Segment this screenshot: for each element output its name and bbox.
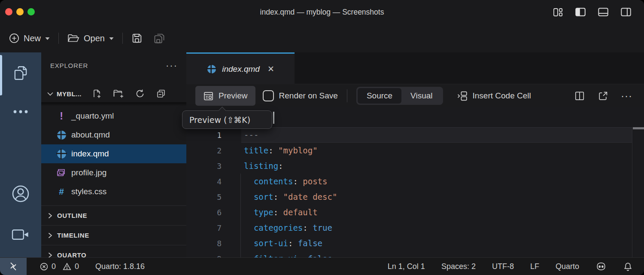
code-line-7[interactable]: 7 categories: true bbox=[186, 220, 632, 235]
sidebar-sections: OUTLINETIMELINEQUARTO bbox=[41, 205, 186, 258]
more-actions-icon[interactable]: ··· bbox=[621, 90, 632, 102]
scrollbar-thumb[interactable] bbox=[633, 127, 644, 129]
sidebar-item-account[interactable] bbox=[0, 184, 41, 204]
editor-scrollbar[interactable] bbox=[632, 127, 644, 258]
refresh-icon[interactable] bbox=[135, 89, 145, 99]
toggle-right-panel-icon[interactable] bbox=[620, 6, 632, 18]
traffic-lights bbox=[5, 8, 35, 15]
section-timeline[interactable]: TIMELINE bbox=[41, 225, 186, 245]
new-folder-icon[interactable] bbox=[113, 89, 124, 99]
css-icon: # bbox=[55, 186, 68, 197]
eol-sequence[interactable]: LF bbox=[530, 262, 539, 271]
file-item-index-qmd[interactable]: index.qmd bbox=[41, 144, 186, 163]
tab-index-qmd[interactable]: index.qmd ✕ bbox=[186, 52, 295, 84]
save-all-icon[interactable] bbox=[153, 32, 165, 44]
workspace-folder-label: MYBL... bbox=[57, 90, 82, 98]
error-count: 0 bbox=[52, 262, 56, 271]
new-button[interactable]: New bbox=[9, 33, 50, 44]
visual-label: Visual bbox=[410, 91, 432, 101]
code-line-5[interactable]: 5 sort: "date desc" bbox=[186, 189, 632, 205]
open-external-icon[interactable] bbox=[598, 91, 608, 101]
activity-bar bbox=[0, 52, 41, 258]
insert-code-cell-label: Insert Code Cell bbox=[473, 91, 531, 101]
new-file-icon[interactable] bbox=[92, 89, 102, 99]
close-icon[interactable]: ✕ bbox=[267, 64, 274, 74]
cursor-position[interactable]: Ln 1, Col 1 bbox=[388, 262, 425, 271]
file-tree: !_quarto.ymlabout.qmdindex.qmdprofile.jp… bbox=[41, 107, 186, 201]
file-label: index.qmd bbox=[71, 149, 109, 159]
layout-picker-icon[interactable] bbox=[552, 6, 564, 18]
line-number: 5 bbox=[186, 192, 222, 202]
sidebar-item-screencast[interactable] bbox=[0, 227, 41, 242]
remote-icon bbox=[8, 261, 18, 272]
file-label: profile.jpg bbox=[71, 168, 106, 177]
warning-count: 0 bbox=[75, 262, 79, 271]
problems-indicator[interactable]: 0 0 bbox=[39, 262, 79, 271]
section-label: QUARTO bbox=[57, 251, 86, 258]
line-number: 7 bbox=[186, 223, 222, 232]
bell-icon[interactable] bbox=[623, 262, 633, 272]
language-mode[interactable]: Quarto bbox=[556, 262, 579, 271]
open-folder-icon bbox=[67, 33, 80, 44]
line-number: 1 bbox=[186, 131, 222, 140]
image-icon bbox=[55, 168, 68, 178]
line-number: 6 bbox=[186, 208, 222, 217]
save-icon[interactable] bbox=[131, 32, 143, 44]
section-quarto[interactable]: QUARTO bbox=[41, 245, 186, 258]
toggle-bottom-panel-icon[interactable] bbox=[597, 6, 609, 18]
file-item-profile-jpg[interactable]: profile.jpg bbox=[41, 163, 186, 182]
quarto-icon bbox=[207, 64, 217, 74]
section-outline[interactable]: OUTLINE bbox=[41, 205, 186, 225]
render-on-save-label: Render on Save bbox=[279, 91, 338, 101]
file-item-about-qmd[interactable]: about.qmd bbox=[41, 125, 186, 144]
file-item-styles-css[interactable]: #styles.css bbox=[41, 182, 186, 201]
line-text: listing: bbox=[222, 161, 283, 171]
code-line-4[interactable]: 4 contents: posts bbox=[186, 174, 632, 189]
preview-button[interactable]: Preview bbox=[195, 86, 255, 106]
plus-circle-icon bbox=[9, 33, 20, 44]
sidebar-item-explorer[interactable] bbox=[0, 64, 41, 82]
open-button[interactable]: Open bbox=[67, 33, 114, 44]
line-number: 3 bbox=[186, 162, 222, 171]
collapse-all-icon[interactable] bbox=[156, 89, 166, 99]
code-line-3[interactable]: 3listing: bbox=[186, 158, 632, 174]
sidebar-item-more[interactable] bbox=[0, 109, 41, 114]
preview-icon bbox=[203, 91, 214, 101]
window-title: index.qmd — myblog — Screenshots bbox=[0, 0, 644, 24]
explorer-more-actions-icon[interactable]: ··· bbox=[166, 64, 178, 68]
preview-label: Preview bbox=[219, 91, 248, 101]
indentation[interactable]: Spaces: 2 bbox=[441, 262, 476, 271]
toggle-left-panel-icon[interactable] bbox=[574, 6, 586, 18]
files-icon bbox=[12, 64, 30, 82]
code-line-8[interactable]: 8 sort-ui: false bbox=[186, 235, 632, 251]
encoding[interactable]: UTF-8 bbox=[492, 262, 514, 271]
insert-code-cell-button[interactable]: Insert Code Cell bbox=[457, 90, 531, 102]
file-item--quarto-yml[interactable]: !_quarto.yml bbox=[41, 107, 186, 125]
code-editor[interactable]: 1---2title: "myblog"3listing:4 contents:… bbox=[186, 107, 644, 258]
quarto-version[interactable]: Quarto: 1.8.16 bbox=[95, 262, 145, 271]
line-text: sort: "date desc" bbox=[222, 192, 337, 202]
file-label: styles.css bbox=[71, 187, 106, 196]
minimize-window-button[interactable] bbox=[16, 8, 24, 15]
chevron-right-icon bbox=[47, 212, 53, 219]
editor-tab-bar: index.qmd ✕ bbox=[186, 52, 644, 84]
source-tab[interactable]: Source bbox=[358, 88, 401, 104]
copilot-icon[interactable] bbox=[595, 261, 607, 272]
camera-icon bbox=[11, 227, 30, 242]
source-visual-toggle: Source Visual bbox=[356, 87, 443, 105]
zoom-window-button[interactable] bbox=[27, 8, 35, 15]
preview-tooltip: Preview (⇧⌘K) bbox=[182, 110, 272, 129]
code-line-1[interactable]: 1--- bbox=[186, 127, 632, 143]
render-on-save-checkbox[interactable] bbox=[263, 90, 274, 101]
yaml-alert-icon: ! bbox=[55, 112, 68, 120]
workspace-folder-header[interactable]: MYBL... bbox=[41, 86, 186, 101]
code-line-6[interactable]: 6 type: default bbox=[186, 205, 632, 220]
text-caret bbox=[273, 112, 274, 124]
insert-cell-icon bbox=[457, 90, 468, 102]
remote-indicator[interactable] bbox=[0, 258, 27, 275]
visual-tab[interactable]: Visual bbox=[401, 88, 441, 104]
chevron-down-icon bbox=[47, 92, 54, 96]
split-editor-icon[interactable] bbox=[574, 90, 585, 101]
close-window-button[interactable] bbox=[5, 8, 12, 15]
code-line-2[interactable]: 2title: "myblog" bbox=[186, 143, 632, 158]
